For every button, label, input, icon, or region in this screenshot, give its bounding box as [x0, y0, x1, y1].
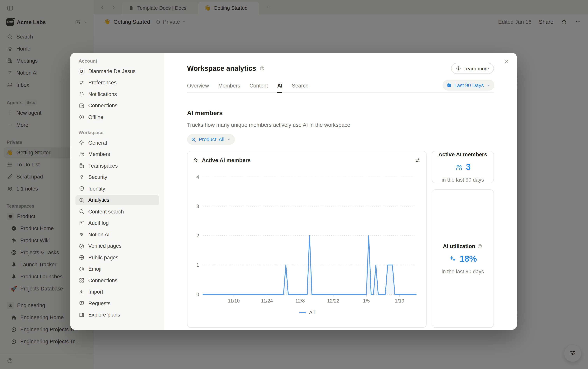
people-icon	[193, 157, 199, 163]
settings-nav-security[interactable]: Security	[75, 172, 159, 182]
gear-icon	[79, 140, 85, 146]
svg-text:1/5: 1/5	[363, 298, 370, 304]
svg-text:4: 4	[196, 174, 199, 180]
badge-check-icon	[79, 243, 85, 249]
analytics-tab-items: Overview Members Content AI Search	[187, 83, 308, 92]
analytics-tabs: Overview Members Content AI Search Last …	[187, 82, 494, 92]
svg-text:1: 1	[196, 262, 199, 268]
svg-text:1/19: 1/19	[395, 298, 404, 304]
question-circle-icon	[455, 66, 461, 71]
globe-icon	[79, 254, 85, 260]
analytics-content: Active AI members 0123411/1011/2412/812/…	[187, 151, 494, 328]
close-icon[interactable]	[504, 58, 510, 64]
settings-nav: Account D Dianmarie De Jesus Preferences…	[70, 53, 164, 330]
analytics-icon	[79, 197, 85, 203]
svg-text:11/10: 11/10	[228, 298, 240, 304]
stat-caption: in the last 90 days	[442, 177, 484, 183]
svg-text:2: 2	[196, 233, 199, 238]
avatar: D	[79, 68, 85, 74]
svg-text:12/8: 12/8	[295, 298, 305, 304]
stat-value: 18%	[460, 254, 477, 264]
settings-nav-import[interactable]: Import	[75, 287, 159, 297]
shield-check-icon	[79, 185, 85, 192]
account-section-label: Account	[75, 58, 159, 64]
settings-nav-members[interactable]: Members	[75, 149, 159, 159]
active-ai-members-chart: 0123411/1011/2412/812/221/51/19	[193, 168, 422, 305]
notion-app-window: ACME Acme Labs Search Home Meetings	[0, 0, 588, 369]
account-nav-items: D Dianmarie De Jesus Preferences Notific…	[75, 66, 159, 122]
grid-icon	[79, 277, 85, 283]
smiley-icon	[79, 266, 85, 272]
title-help-icon[interactable]	[259, 66, 265, 71]
zoom-filter-icon	[191, 137, 196, 142]
map-icon	[79, 312, 85, 318]
analytics-tab-search[interactable]: Search	[292, 83, 309, 92]
settings-nav-offline[interactable]: Offline	[75, 112, 159, 122]
people-icon	[79, 151, 85, 157]
settings-nav-preferences[interactable]: Preferences	[75, 78, 159, 88]
settings-nav-identity[interactable]: Identity	[75, 184, 159, 194]
workspace-section-label: Workspace	[75, 130, 159, 135]
building-icon	[79, 163, 85, 169]
settings-nav-notifications[interactable]: Notifications	[75, 89, 159, 99]
settings-nav-requests[interactable]: Requests	[75, 298, 159, 308]
stat-cards: Active AI members 3 in the last 90 days …	[432, 151, 494, 328]
chart-legend: All	[193, 309, 421, 315]
settings-nav-public-pages[interactable]: Public pages	[75, 252, 159, 262]
settings-nav-dianmarie-de-jesus[interactable]: D Dianmarie De Jesus	[75, 66, 159, 76]
bell-icon	[79, 91, 85, 97]
svg-text:0: 0	[196, 292, 199, 297]
analytics-tab-content[interactable]: Content	[249, 83, 268, 92]
settings-nav-general[interactable]: General	[75, 138, 159, 148]
settings-nav-audit-log[interactable]: Audit log	[75, 218, 159, 228]
chevron-down-icon	[227, 137, 231, 142]
people-icon	[455, 163, 463, 171]
help-icon[interactable]	[477, 243, 483, 249]
calendar-icon	[446, 82, 452, 88]
chart-settings-icon[interactable]	[414, 157, 421, 163]
ai-members-heading: AI members	[187, 110, 494, 117]
chart-card-title: Active AI members	[202, 157, 251, 163]
sliders-icon	[79, 80, 85, 86]
settings-nav-emoji[interactable]: Emoji	[75, 264, 159, 274]
svg-text:12/22: 12/22	[327, 298, 340, 304]
analytics-tab-ai[interactable]: AI	[277, 83, 282, 92]
settings-nav-teamspaces[interactable]: Teamspaces	[75, 161, 159, 171]
settings-nav-explore-plans[interactable]: Explore plans	[75, 310, 159, 320]
settings-nav-notion-ai[interactable]: Notion AI	[75, 229, 159, 239]
workspace-nav-items: General Members Teamspaces Security Iden…	[75, 138, 159, 320]
ai-face-icon	[79, 231, 85, 237]
key-icon	[79, 174, 85, 180]
chart-card-header: Active AI members	[193, 156, 421, 164]
settings-nav-analytics[interactable]: Analytics	[75, 195, 159, 205]
settings-nav-content-search[interactable]: Content search	[75, 206, 159, 216]
learn-more-button[interactable]: Learn more	[451, 63, 494, 74]
download-icon	[79, 289, 85, 295]
analytics-panel: Workspace analytics Learn more Overview …	[164, 53, 517, 330]
stat-caption: in the last 90 days	[442, 268, 484, 274]
settings-modal: Account D Dianmarie De Jesus Preferences…	[70, 53, 517, 330]
ai-members-description: Tracks how many unique members actively …	[187, 122, 494, 128]
settings-nav-connections[interactable]: Connections	[75, 275, 159, 285]
search-icon	[79, 208, 85, 215]
analytics-tab-overview[interactable]: Overview	[187, 83, 209, 92]
settings-nav-connections[interactable]: Connections	[75, 101, 159, 111]
svg-text:3: 3	[196, 204, 199, 209]
product-filter[interactable]: Product: All	[187, 134, 235, 145]
chevron-down-icon	[486, 83, 490, 87]
sparkles-icon	[449, 255, 456, 263]
analytics-tab-members[interactable]: Members	[218, 83, 240, 92]
scroll-icon	[79, 220, 85, 226]
external-icon	[79, 102, 85, 109]
request-icon	[79, 300, 85, 306]
active-ai-members-chart-card: Active AI members 0123411/1011/2412/812/…	[187, 151, 427, 328]
analytics-title: Workspace analytics	[187, 64, 265, 72]
analytics-header: Workspace analytics Learn more	[187, 63, 494, 74]
stat-value: 3	[466, 162, 471, 172]
item-icon: D	[79, 68, 85, 74]
down-circle-icon	[79, 114, 85, 120]
legend-swatch	[299, 312, 306, 313]
date-range-selector[interactable]: Last 90 Days	[443, 80, 494, 91]
svg-text:11/24: 11/24	[261, 298, 273, 304]
settings-nav-verified-pages[interactable]: Verified pages	[75, 241, 159, 251]
